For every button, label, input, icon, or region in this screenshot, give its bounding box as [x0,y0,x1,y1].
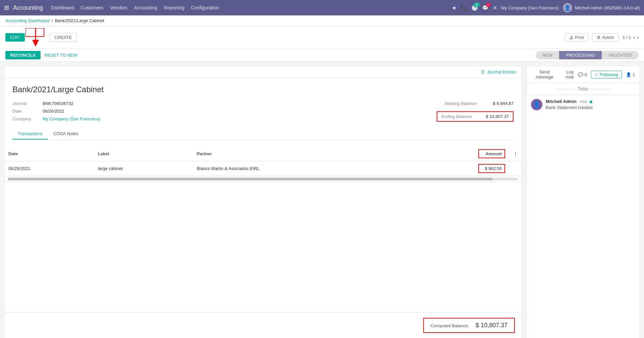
nav-configuration[interactable]: Configuration [191,5,219,10]
chatter-message: Bank Statement created [546,105,635,110]
create-button[interactable]: CREATE [50,33,77,42]
edit-button[interactable]: EDIT [5,33,25,42]
star-icon[interactable]: ★ [452,5,457,11]
reset-button[interactable]: RESET TO NEW [45,53,77,58]
starting-balance-label: Starting Balance [445,101,477,106]
nav-vendors[interactable]: Vendors [110,5,127,10]
chatter-name: Mitchell Admin [546,99,577,104]
following-button[interactable]: ✓ Following [591,71,622,78]
scrollbar-row [4,176,522,182]
nav-customers[interactable]: Customers [81,5,104,10]
table-row: 06/26/2021 large cabinet Blanco Martin &… [4,161,522,176]
chatter-avatar: 👤 [531,99,542,110]
breadcrumb-parent[interactable]: Accounting Dashboard [5,18,50,23]
main-layout: ☰ Journal Entries Bank/2021/Large Cabine… [0,62,644,338]
amount-value-box: $ 862.50 [478,164,505,173]
gear-icon: ⚙ [597,35,601,40]
page-navigation: 1 / 1 ‹ › [623,35,639,41]
page-info: 1 / 1 [623,35,631,40]
top-navigation: ⊞ Accounting Dashboard Customers Vendors… [0,0,644,15]
tabs: Transactions CODA Notes [12,128,514,140]
company-value[interactable]: My Company (San Francisco) [43,116,100,121]
annotation-arrow [25,28,46,47]
today-divider: Today [526,83,640,95]
journal-value: BNK756536732 [43,101,73,106]
next-page-button[interactable]: › [637,35,639,41]
tab-coda-notes[interactable]: CODA Notes [48,128,84,139]
computed-balance-box: Computed Balance: $ 10,807.37 [423,318,515,333]
app-title: Accounting [13,4,43,11]
chat-badge: 5 [486,3,491,7]
prev-page-button[interactable]: ‹ [633,35,635,41]
check-icon: ✓ [595,72,598,77]
log-note-button[interactable]: Log note [562,69,578,79]
send-message-button[interactable]: Send message [531,69,558,79]
transactions-table: Date Label Partner Amount ⋮ 06/26/2021 l… [4,147,522,176]
company-name: My Company (San Francisco) [501,5,559,10]
chatter-header: Mitchell Admin now [546,99,635,104]
amount-header-box: Amount [478,149,505,158]
clock-icon[interactable]: 🕐 32 [471,5,478,11]
nav-dashboard[interactable]: Dashboard [51,5,74,10]
tab-transactions[interactable]: Transactions [12,128,48,139]
user-info: 👤 Mitchell Admin (8525881-14-0-all) [563,3,640,12]
sidebar-header: Send message Log note 💬 0 ✓ Following 👤 … [526,66,640,83]
nav-reporting[interactable]: Reporting [164,5,184,10]
app-grid-icon[interactable]: ⊞ [4,4,9,11]
company-info: My Company (San Francisco) [501,5,559,10]
col-partner: Partner [193,147,405,161]
col-label: Label [94,147,193,161]
scrollbar-track[interactable] [8,178,518,180]
journal-entries-section: ☰ Journal Entries [4,66,522,78]
phone-icon[interactable]: 📞 [461,5,467,11]
row-amount: $ 862.50 [405,161,509,176]
date-value: 06/26/2021 [43,109,64,114]
print-button[interactable]: 🖨 Print [565,33,588,42]
nav-right: ★ 📞 🕐 32 💬 5 ✕ My Company (San Francisco… [452,3,640,12]
form-body: Bank/2021/Large Cabinet Journal BNK75653… [4,78,522,147]
row-label: large cabinet [94,161,193,176]
ending-balance-label: Ending Balance [441,114,472,119]
breadcrumb-current: Bank/2021/Large Cabinet [55,18,104,23]
ending-balance-box: Ending Balance $ 10,807.37 [437,111,514,122]
action-button[interactable]: ⚙ Action [592,33,619,42]
col-date: Date [4,147,94,161]
breadcrumb: Accounting Dashboard / Bank/2021/Large C… [5,18,104,23]
form-fields-left: Journal BNK756536732 Date 06/26/2021 Com… [12,101,100,122]
speech-bubble-icon: 💬 [578,72,583,77]
computed-balance-label: Computed Balance: [431,323,469,328]
reconcile-button[interactable]: RECONCILE [5,51,41,59]
row-options[interactable] [509,161,522,176]
svg-rect-2 [25,28,44,37]
starting-balance-value: $ 9,944.87 [483,101,514,106]
nav-links: Dashboard Customers Vendors Accounting R… [51,5,452,10]
status-steps: NEW PROCESSING VALIDATED [536,51,639,59]
sidebar-meta: 💬 0 ✓ Following 👤 1 [578,71,635,78]
step-new[interactable]: NEW [536,51,559,59]
clock-badge: 32 [474,3,480,7]
action-bar: EDIT CREATE 🖨 Print ⚙ Action 1 / 1 ‹ › [0,26,644,49]
right-sidebar: Send message Log note 💬 0 ✓ Following 👤 … [526,66,640,338]
close-icon[interactable]: ✕ [493,5,497,11]
form-title: Bank/2021/Large Cabinet [12,85,514,94]
form-fields-right: Starting Balance $ 9,944.87 Ending Balan… [437,101,514,122]
chatter-content: Mitchell Admin now Bank Statement create… [546,99,635,110]
row-date: 06/26/2021 [4,161,94,176]
content-area: ☰ Journal Entries Bank/2021/Large Cabine… [4,66,522,338]
step-processing[interactable]: PROCESSING [559,51,602,59]
sidebar-actions: Send message Log note [531,69,578,79]
chat-icon[interactable]: 💬 5 [482,5,489,11]
user-count: 👤 1 [626,72,635,77]
step-validated[interactable]: VALIDATED [602,51,639,59]
journal-entries-button[interactable]: ☰ Journal Entries [481,69,516,74]
hamburger-icon: ☰ [481,69,485,74]
nav-accounting[interactable]: Accounting [134,5,157,10]
company-label: Company [12,116,39,121]
col-amount: Amount [405,147,509,161]
followers-count: 💬 0 [578,72,587,77]
col-options: ⋮ [509,147,522,161]
scrollbar-thumb[interactable] [8,178,493,180]
date-label: Date [12,109,39,114]
chatter-time: now [580,99,587,104]
computed-balance-value: $ 10,807.37 [476,322,507,329]
